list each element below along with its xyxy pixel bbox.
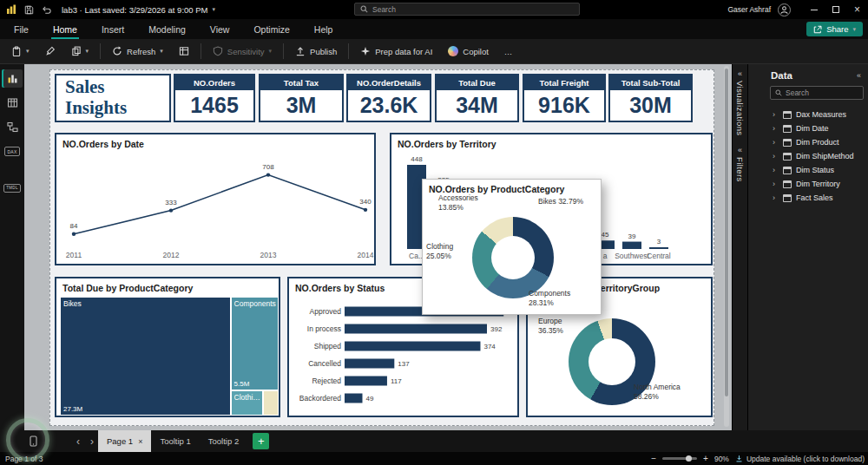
- ribbon-more-button[interactable]: …: [500, 44, 517, 59]
- save-icon[interactable]: [24, 5, 34, 15]
- dax-query-view-button[interactable]: DAX: [2, 142, 23, 160]
- sensitivity-button[interactable]: Sensitivity ▾: [208, 43, 276, 59]
- collapse-data-pane-icon[interactable]: «: [857, 71, 861, 80]
- refresh-button[interactable]: Refresh ▾: [108, 43, 168, 59]
- overlay-chart-card-orders-by-productcategory[interactable]: NO.Orders by ProductCategory Bikes 32.79…: [422, 179, 602, 315]
- menu-item-view[interactable]: View: [208, 19, 232, 39]
- transform-data-button[interactable]: [174, 43, 194, 59]
- chevron-right-icon[interactable]: ›: [773, 193, 775, 202]
- field-item-dax-measures[interactable]: ›Dax Measures: [748, 108, 868, 121]
- next-page-arrow[interactable]: ›: [86, 436, 98, 448]
- menu-item-modeling[interactable]: Modeling: [147, 19, 187, 39]
- avatar[interactable]: [778, 3, 791, 16]
- publish-label: Publish: [310, 47, 337, 56]
- tab-tooltip-2[interactable]: Tooltip 2: [200, 430, 247, 452]
- close-tab-icon[interactable]: ×: [138, 437, 142, 446]
- mobile-layout-button[interactable]: [30, 436, 37, 447]
- field-item-dim-territory[interactable]: ›Dim Territory: [748, 177, 868, 191]
- kpi-card-total-freight[interactable]: Total Freight 916K: [523, 74, 606, 122]
- copy-button[interactable]: ▾: [67, 43, 94, 59]
- zoom-slider-thumb[interactable]: [686, 455, 692, 462]
- data-point: [169, 208, 173, 212]
- field-item-dim-shipmethod[interactable]: ›Dim ShipMethod: [748, 149, 868, 163]
- prep-data-ai-button[interactable]: Prep data for AI: [356, 43, 437, 59]
- table-view-button[interactable]: [2, 94, 23, 112]
- canvas-scrollbar[interactable]: [724, 66, 729, 427]
- chevron-down-icon: ▾: [160, 48, 163, 55]
- chevron-right-icon[interactable]: ›: [773, 180, 775, 188]
- treemap-node[interactable]: Components5.5M: [231, 297, 279, 390]
- view-rail: DAX TMDL: [0, 64, 24, 430]
- app-logo-icon: [6, 4, 16, 15]
- chevron-right-icon[interactable]: ›: [773, 152, 775, 160]
- global-search-input[interactable]: [372, 5, 563, 14]
- menu-item-insert[interactable]: Insert: [100, 19, 126, 39]
- field-item-fact-sales[interactable]: ›Fact Sales: [748, 191, 868, 205]
- scrollbar-thumb[interactable]: [725, 69, 728, 396]
- zoom-out-button[interactable]: −: [651, 454, 656, 463]
- treemap-node[interactable]: Clothing: [231, 390, 264, 416]
- bar: [345, 394, 363, 403]
- report-title-card[interactable]: Sales Insights: [55, 74, 171, 122]
- chart-card-orders-by-date[interactable]: NO.Orders by Date 8420113332012708201334…: [55, 133, 376, 265]
- copilot-button[interactable]: Copilot: [444, 43, 493, 59]
- close-button[interactable]: ×: [846, 0, 868, 19]
- expand-pane-icon[interactable]: «: [738, 147, 742, 154]
- phone-icon: [30, 436, 37, 447]
- table-icon: [783, 180, 792, 188]
- model-view-button[interactable]: [2, 118, 23, 136]
- maximize-button[interactable]: [825, 0, 846, 19]
- previous-page-arrow[interactable]: ‹: [72, 436, 84, 448]
- tmdl-view-button[interactable]: TMDL: [2, 179, 23, 197]
- menu-item-home[interactable]: Home: [51, 19, 79, 39]
- new-page-button[interactable]: +: [253, 433, 269, 449]
- report-view-button[interactable]: [2, 69, 23, 88]
- data-search-input[interactable]: [786, 88, 858, 97]
- undo-icon[interactable]: [42, 5, 51, 15]
- visualizations-pane-tab[interactable]: « Visualizations: [733, 68, 747, 139]
- data-search-box[interactable]: [770, 86, 864, 100]
- menu-item-file[interactable]: File: [12, 19, 30, 39]
- value-label: 340: [359, 198, 372, 206]
- document-title-dropdown[interactable]: lab3 · Last saved: 3/29/2026 at 9:00 PM …: [62, 5, 215, 15]
- chevron-right-icon[interactable]: ›: [773, 166, 775, 174]
- menu-item-help[interactable]: Help: [312, 19, 335, 39]
- expand-pane-icon[interactable]: «: [738, 70, 742, 78]
- chevron-right-icon[interactable]: ›: [773, 138, 775, 147]
- minimize-button[interactable]: [803, 0, 825, 19]
- filters-pane-tab[interactable]: « Filters: [733, 144, 747, 185]
- kpi-card-orders[interactable]: NO.Orders 1465: [174, 74, 255, 122]
- shield-icon: [213, 46, 223, 56]
- zoom-in-button[interactable]: +: [703, 454, 708, 463]
- field-item-dim-date[interactable]: ›Dim Date: [748, 121, 868, 135]
- treemap-node[interactable]: Bikes27.3M: [60, 297, 231, 416]
- menu-item-optimize[interactable]: Optimize: [252, 19, 291, 39]
- copilot-label: Copilot: [463, 47, 489, 56]
- tab-page-1[interactable]: Page 1 ×: [98, 430, 151, 452]
- kpi-card-total-due[interactable]: Total Due 34M: [435, 74, 519, 122]
- update-banner[interactable]: Update available (click to download): [735, 455, 865, 463]
- chevron-right-icon[interactable]: ›: [773, 124, 775, 133]
- treemap-value: 27.3M: [63, 405, 82, 413]
- publish-button[interactable]: Publish: [291, 43, 341, 59]
- report-page[interactable]: Sales Insights NO.Orders 1465 Total Tax …: [49, 69, 714, 426]
- kpi-card-total-tax[interactable]: Total Tax 3M: [259, 74, 344, 122]
- kpi-card-total-subtotal[interactable]: Total Sub-Total 30M: [608, 74, 693, 122]
- tab-tooltip-1[interactable]: Tooltip 1: [151, 430, 199, 452]
- zoom-slider[interactable]: [662, 457, 697, 460]
- format-painter-button[interactable]: [41, 43, 60, 59]
- user-name[interactable]: Gaser Ashraf: [727, 5, 771, 14]
- report-canvas[interactable]: Sales Insights NO.Orders 1465 Total Tax …: [24, 64, 732, 430]
- bar: [345, 324, 487, 334]
- chart-card-totaldue-by-productcategory[interactable]: Total Due by ProductCategory Bikes27.3MC…: [55, 277, 280, 417]
- kpi-card-orderdetails[interactable]: NO.OrderDetails 23.6K: [346, 74, 431, 122]
- treemap-node[interactable]: [263, 390, 279, 416]
- donut-ring[interactable]: [472, 217, 554, 298]
- chevron-right-icon[interactable]: ›: [773, 110, 775, 119]
- paste-button[interactable]: ▾: [7, 43, 34, 60]
- field-item-dim-product[interactable]: ›Dim Product: [748, 135, 868, 149]
- value-label: 3: [657, 238, 661, 246]
- field-item-dim-status[interactable]: ›Dim Status: [748, 163, 868, 177]
- global-search-box[interactable]: [354, 3, 580, 16]
- share-button[interactable]: Share ▾: [806, 22, 863, 36]
